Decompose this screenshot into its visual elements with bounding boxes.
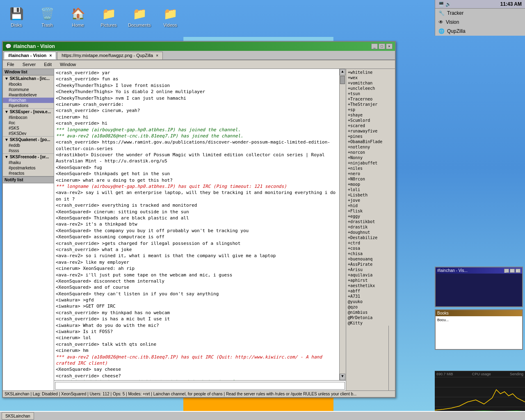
channel-item-1-0[interactable]: #limbocon <box>3 115 54 120</box>
user-item[interactable]: +N0rcon <box>347 176 394 182</box>
menu-file[interactable]: File <box>4 61 18 68</box>
channel-item-1-1[interactable]: #oc <box>3 120 54 126</box>
documents-icon[interactable]: 📁 Documents <box>127 5 152 27</box>
user-item[interactable]: +drastik <box>347 224 394 230</box>
tab-lainchan[interactable]: #lainchan - Vision × <box>4 52 56 59</box>
user-item[interactable]: +Destabilize <box>347 235 394 240</box>
user-item[interactable]: +AssPirate <box>347 262 394 267</box>
chat-message: <XeonSquared> thinkpads get hot in the s… <box>56 171 338 177</box>
server-name-0[interactable]: ▼ SKSLainchan - [irc... <box>3 75 54 82</box>
server-name-1[interactable]: ▼ SKSEsper - [nova.e... <box>3 109 54 115</box>
trash-icon[interactable]: 🗑️ Trash <box>35 5 59 27</box>
menu-server[interactable]: Server <box>19 61 39 68</box>
user-item[interactable]: +vomitchan <box>347 80 394 86</box>
user-item[interactable]: +pines <box>347 134 394 139</box>
channel-item-2-1[interactable]: #ssss <box>3 148 54 153</box>
user-item[interactable]: @qzo <box>347 304 394 310</box>
maximize-button[interactable]: □ <box>379 43 385 49</box>
user-item[interactable]: @yuuko <box>347 299 394 304</box>
user-item[interactable]: +sp <box>347 107 394 112</box>
channel-item-3-0[interactable]: #haiku <box>3 160 54 165</box>
server-name-2[interactable]: ▼ SKSQuakenet - [po... <box>3 137 54 143</box>
tray-menu-vision[interactable]: 👁 Vision <box>435 18 525 27</box>
user-item[interactable]: +ctrd <box>347 240 394 246</box>
user-item[interactable]: +A731 <box>347 294 394 299</box>
user-item[interactable]: @nimbius <box>347 310 394 315</box>
user-item[interactable]: +notlenny <box>347 144 394 150</box>
channel-item-0-1[interactable]: #commune <box>3 87 54 92</box>
tab-qupzilla-close[interactable]: × <box>156 53 158 58</box>
scroll-up[interactable]: ▲ <box>340 69 345 75</box>
user-item[interactable]: +buenouanq <box>347 256 394 262</box>
scroll-down[interactable]: ▼ <box>340 374 345 380</box>
mini-min[interactable]: _ <box>504 269 509 273</box>
user-item[interactable]: @MrDetonia <box>347 315 394 320</box>
tab-qupzilla[interactable]: https://my.mixtape.moe/fuwgpz.png - QupZ… <box>57 52 163 59</box>
user-item[interactable]: +doughnut <box>347 230 394 235</box>
user-item[interactable]: +wex <box>347 75 394 80</box>
user-item[interactable]: +hid <box>347 203 394 208</box>
minimize-button[interactable]: _ <box>371 43 378 49</box>
user-item[interactable]: +ObamaBinFlade <box>347 139 394 144</box>
user-item[interactable]: +aphirst <box>347 278 394 283</box>
user-item[interactable]: +scared <box>347 123 394 128</box>
user-item[interactable]: +shaye <box>347 112 394 118</box>
user-item[interactable]: +niles <box>347 166 394 171</box>
user-item[interactable]: +Lisbeth <box>347 192 394 198</box>
scroll-thumb[interactable] <box>340 76 345 84</box>
user-scroll[interactable] <box>388 326 394 390</box>
chat-messages[interactable]: <crash_override> yar<crash_override> fun… <box>54 69 339 380</box>
user-item[interactable]: +jove <box>347 198 394 203</box>
user-item[interactable]: +cosa <box>347 246 394 251</box>
user-item[interactable]: +Flisk <box>347 208 394 214</box>
tray-menu-tracker[interactable]: 🔧 Tracker <box>435 9 525 18</box>
chat-input[interactable] <box>55 382 345 390</box>
user-item[interactable]: +abff <box>347 288 394 294</box>
disks-icon[interactable]: 💾 Disks <box>4 5 29 27</box>
user-item[interactable]: +Tracerneo <box>347 96 394 102</box>
user-item[interactable]: +drastikbot <box>347 219 394 224</box>
server-name-3[interactable]: ▼ SKSFreenode - [or... <box>3 154 54 160</box>
tray-menu-qupzilla[interactable]: 🌐 QupZilla <box>435 27 525 36</box>
menu-edit[interactable]: Edit <box>41 61 55 68</box>
user-item[interactable]: +ninjabuffet <box>347 160 394 166</box>
user-item[interactable]: +uncleleech <box>347 86 394 91</box>
user-item[interactable]: +Scumlord <box>347 118 394 123</box>
channel-item-0-2[interactable]: #iwanttobelieve <box>3 92 54 98</box>
menu-window[interactable]: Window <box>57 61 79 68</box>
user-item[interactable]: +aesthetikx <box>347 283 394 288</box>
user-item[interactable]: +TheStranjer <box>347 102 394 107</box>
user-item[interactable]: +runawayfive <box>347 128 394 134</box>
channel-item-3-2[interactable]: #reactos <box>3 171 54 176</box>
chat-message: <XeonSquared> the company you buy it off… <box>56 228 338 234</box>
user-item[interactable]: @Kitty <box>347 320 394 326</box>
user-item[interactable]: +eggy <box>347 214 394 219</box>
home-icon[interactable]: 🏠 Home <box>66 5 90 27</box>
channel-item-3-1[interactable]: #postmarketos <box>3 165 54 171</box>
user-item[interactable]: +aquilavia <box>347 272 394 278</box>
user-item[interactable]: +moop <box>347 182 394 187</box>
user-item[interactable]: +whiteline <box>347 70 394 75</box>
tab-lainchan-close[interactable]: × <box>49 53 52 58</box>
pictures-icon[interactable]: 📁 Pictures <box>96 5 121 27</box>
channel-item-0-3[interactable]: #lainchan <box>3 98 54 103</box>
channel-item-2-0[interactable]: #eddb <box>3 143 54 148</box>
scrollbar[interactable]: ▲ ▼ <box>339 69 346 380</box>
channel-item-0-4[interactable]: #questions <box>3 103 54 108</box>
user-item[interactable]: +Arisu <box>347 267 394 272</box>
videos-icon[interactable]: 📁 Videos <box>158 5 183 27</box>
channel-item-1-3[interactable]: #SKSDev <box>3 131 54 136</box>
scroll-track[interactable] <box>340 75 346 374</box>
user-item[interactable]: +nero <box>347 171 394 176</box>
channel-item-0-0[interactable]: #books <box>3 82 54 87</box>
mini-max[interactable]: □ <box>510 269 515 273</box>
taskbar-task-lainchan[interactable]: SKSLainchan <box>2 412 34 420</box>
user-item[interactable]: +loli <box>347 187 394 192</box>
user-item[interactable]: +norcon <box>347 150 394 155</box>
user-item[interactable]: +chisa <box>347 251 394 256</box>
mini-close[interactable]: × <box>516 269 520 273</box>
close-button[interactable]: × <box>386 43 393 49</box>
user-item[interactable]: +tsun <box>347 91 394 96</box>
channel-item-1-2[interactable]: #SKS <box>3 126 54 131</box>
user-item[interactable]: +Nonny <box>347 155 394 160</box>
